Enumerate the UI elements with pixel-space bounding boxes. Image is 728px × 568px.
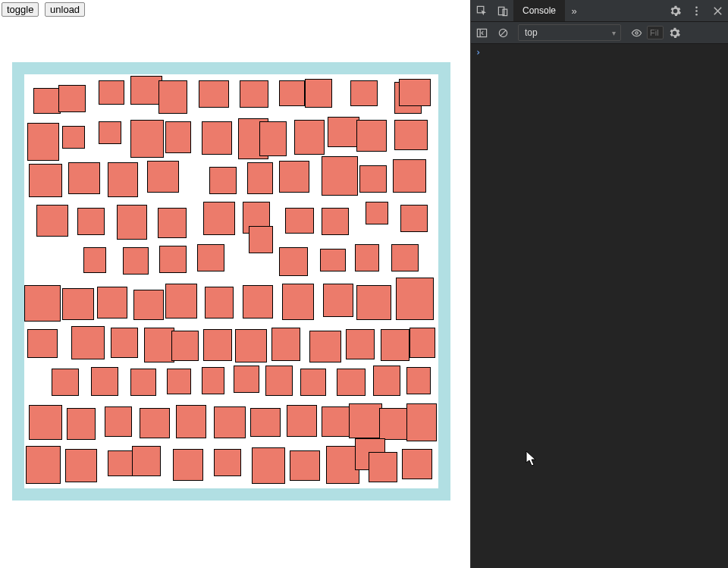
canvas-box [130, 76, 162, 105]
canvas-box [349, 403, 382, 438]
canvas-box [369, 452, 397, 482]
canvas-box [396, 278, 434, 320]
canvas-box [234, 366, 259, 393]
execution-context-selector[interactable]: top ▾ [518, 24, 621, 41]
close-devtools-icon[interactable] [707, 0, 728, 21]
canvas-box [309, 331, 341, 362]
canvas-box [165, 284, 197, 319]
svg-point-4 [695, 10, 698, 12]
canvas-box [305, 79, 332, 108]
canvas-box [165, 121, 191, 153]
canvas-box [337, 369, 366, 396]
canvas-box [290, 450, 320, 481]
tabs-overflow-icon[interactable]: » [565, 5, 583, 17]
canvas-box [171, 331, 199, 361]
toggle-button[interactable]: toggle [2, 2, 39, 17]
canvas-box [71, 326, 105, 359]
canvas-box [394, 120, 428, 150]
canvas-box [27, 123, 59, 161]
app-root: toggle unload Console » [0, 0, 728, 568]
canvas-box [203, 329, 232, 361]
canvas-box [350, 80, 378, 106]
canvas-box [91, 367, 118, 396]
console-settings-gear-icon[interactable] [664, 22, 685, 43]
canvas-box [287, 405, 317, 437]
live-expression-eye-icon[interactable] [626, 22, 647, 43]
canvas-box [111, 328, 138, 358]
canvas-box [259, 121, 287, 156]
tab-console[interactable]: Console [513, 0, 565, 21]
canvas-box [322, 156, 358, 196]
canvas-box [400, 205, 428, 232]
canvas-box [197, 244, 224, 271]
canvas-box [62, 126, 85, 149]
canvas-box [29, 164, 62, 197]
console-body[interactable]: › [471, 44, 728, 568]
canvas-box [410, 328, 435, 358]
console-sidebar-toggle-icon[interactable] [471, 22, 492, 43]
canvas-box [147, 161, 179, 193]
canvas-box [202, 121, 232, 155]
canvas-box [105, 406, 132, 437]
canvas-box [247, 162, 273, 194]
clear-console-icon[interactable] [492, 22, 513, 43]
canvas-box [214, 449, 241, 476]
canvas-box [366, 202, 388, 224]
canvas-box [205, 287, 234, 319]
canvas-box [130, 120, 164, 158]
canvas-box [176, 405, 206, 438]
devtools-panel: Console » [470, 0, 728, 568]
canvas [24, 74, 438, 488]
canvas-box [108, 162, 138, 197]
canvas-box [67, 408, 96, 440]
console-prompt-chevron-icon: › [475, 47, 481, 58]
canvas-box [65, 449, 97, 482]
canvas-box [97, 287, 127, 319]
canvas-box [320, 249, 346, 271]
canvas-box [83, 247, 106, 273]
canvas-box [250, 408, 281, 437]
canvas-box [29, 405, 62, 440]
canvas-box [323, 284, 353, 317]
canvas-box [77, 208, 105, 235]
canvas-box [406, 367, 431, 394]
canvas-box [123, 247, 149, 275]
canvas-box [159, 246, 187, 273]
canvas-box [285, 208, 314, 234]
kebab-menu-icon[interactable] [686, 0, 707, 21]
canvas-box [265, 366, 293, 396]
canvas-box [203, 202, 235, 235]
canvas-box [282, 284, 314, 320]
canvas-box [132, 446, 161, 476]
inspect-element-icon[interactable] [471, 0, 492, 21]
console-toolbar: top ▾ [471, 22, 728, 44]
canvas-box [279, 247, 308, 276]
device-toolbar-icon[interactable] [492, 0, 513, 21]
canvas-box [36, 205, 68, 237]
canvas-box [381, 329, 410, 361]
canvas-box [58, 85, 86, 112]
canvas-box [356, 285, 391, 320]
canvas-box [62, 288, 94, 320]
canvas-box [167, 369, 191, 394]
canvas-box [355, 244, 379, 271]
unload-button[interactable]: unload [45, 2, 85, 17]
canvas-box [214, 406, 246, 438]
canvas-box [399, 79, 431, 106]
button-bar: toggle unload [2, 2, 88, 17]
canvas-box [322, 208, 349, 235]
console-filter-input[interactable] [647, 26, 664, 39]
settings-gear-icon[interactable] [664, 0, 686, 21]
canvas-box [271, 328, 300, 361]
canvas-box [243, 285, 273, 319]
canvas-box [24, 285, 61, 322]
canvas-box [402, 449, 432, 479]
canvas-box [252, 447, 285, 484]
canvas-border [12, 62, 450, 501]
canvas-box [279, 161, 309, 193]
canvas-box [391, 244, 419, 271]
devtools-tabbar: Console » [471, 0, 728, 22]
canvas-box [108, 450, 135, 476]
canvas-box [140, 408, 170, 438]
canvas-box [158, 208, 187, 238]
